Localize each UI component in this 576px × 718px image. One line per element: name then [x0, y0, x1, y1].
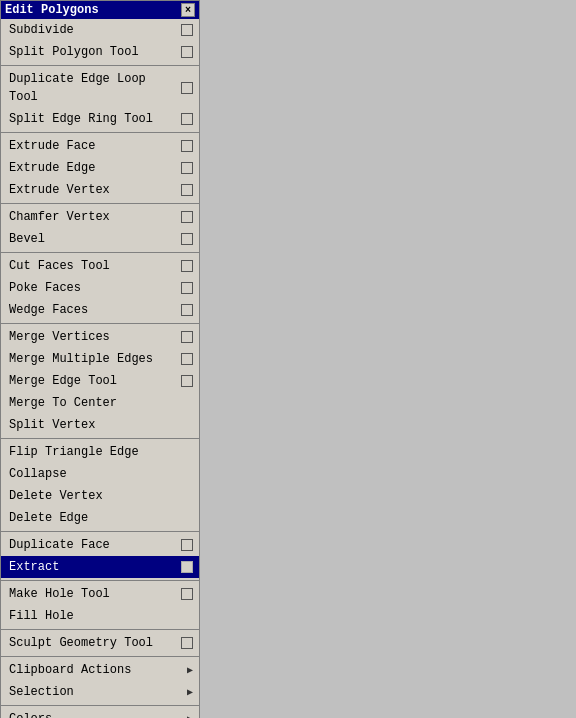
menu-item-wedge-faces[interactable]: Wedge Faces	[1, 299, 199, 321]
option-box-icon[interactable]	[181, 637, 193, 649]
menu-item-merge-edge-tool[interactable]: Merge Edge Tool	[1, 370, 199, 392]
menu-separator	[1, 323, 199, 324]
menu-item-make-hole-tool[interactable]: Make Hole Tool	[1, 583, 199, 605]
menu-title-bar: Edit Polygons ×	[1, 1, 199, 19]
menu-item-bevel[interactable]: Bevel	[1, 228, 199, 250]
option-box-icon[interactable]	[181, 82, 193, 94]
menu-item-label: Delete Vertex	[9, 487, 193, 505]
option-box-icon[interactable]	[181, 539, 193, 551]
menu-item-sculpt-geometry-tool[interactable]: Sculpt Geometry Tool	[1, 632, 199, 654]
option-box-icon[interactable]	[181, 375, 193, 387]
menu-item-chamfer-vertex[interactable]: Chamfer Vertex	[1, 206, 199, 228]
menu-item-label: Colors	[9, 710, 187, 718]
option-box-icon[interactable]	[181, 588, 193, 600]
menu-item-cut-faces-tool[interactable]: Cut Faces Tool	[1, 255, 199, 277]
menu-item-label: Merge To Center	[9, 394, 193, 412]
option-box-icon[interactable]	[181, 24, 193, 36]
menu-item-duplicate-face[interactable]: Duplicate Face	[1, 534, 199, 556]
menu-item-merge-to-center[interactable]: Merge To Center	[1, 392, 199, 414]
menu-item-split-vertex[interactable]: Split Vertex	[1, 414, 199, 436]
menu-separator	[1, 705, 199, 706]
menu-separator	[1, 438, 199, 439]
menu-item-label: Collapse	[9, 465, 193, 483]
menu-item-fill-hole[interactable]: Fill Hole	[1, 605, 199, 627]
menu-item-clipboard-actions[interactable]: Clipboard Actions▶	[1, 659, 199, 681]
menu-title: Edit Polygons	[5, 3, 99, 17]
menu-item-label: Duplicate Edge Loop Tool	[9, 70, 181, 106]
option-box-icon[interactable]	[181, 304, 193, 316]
submenu-arrow-icon: ▶	[187, 685, 193, 700]
menu-item-label: Chamfer Vertex	[9, 208, 181, 226]
menu-separator	[1, 65, 199, 66]
menu-separator	[1, 580, 199, 581]
menu-separator	[1, 203, 199, 204]
menu-separator	[1, 132, 199, 133]
menu-item-subdivide[interactable]: Subdivide	[1, 19, 199, 41]
menu-item-label: Wedge Faces	[9, 301, 181, 319]
menu-item-merge-multiple-edges[interactable]: Merge Multiple Edges	[1, 348, 199, 370]
menu-item-label: Merge Vertices	[9, 328, 181, 346]
option-box-icon[interactable]	[181, 260, 193, 272]
menu-item-label: Delete Edge	[9, 509, 193, 527]
menu-item-label: Merge Multiple Edges	[9, 350, 181, 368]
menu-item-label: Fill Hole	[9, 607, 193, 625]
menu-item-label: Poke Faces	[9, 279, 181, 297]
option-box-icon[interactable]	[181, 233, 193, 245]
option-box-icon[interactable]	[181, 113, 193, 125]
menu-item-colors[interactable]: Colors▶	[1, 708, 199, 718]
option-box-icon[interactable]	[181, 162, 193, 174]
menu-item-delete-edge[interactable]: Delete Edge	[1, 507, 199, 529]
menu-item-label: Selection	[9, 683, 187, 701]
submenu-arrow-icon: ▶	[187, 712, 193, 719]
menu-item-split-edge-ring-tool[interactable]: Split Edge Ring Tool	[1, 108, 199, 130]
menu-item-extrude-vertex[interactable]: Extrude Vertex	[1, 179, 199, 201]
close-button[interactable]: ×	[181, 3, 195, 17]
menu-item-label: Clipboard Actions	[9, 661, 187, 679]
menu-item-label: Bevel	[9, 230, 181, 248]
menu-item-extrude-edge[interactable]: Extrude Edge	[1, 157, 199, 179]
menu-separator	[1, 656, 199, 657]
menu-item-label: Make Hole Tool	[9, 585, 181, 603]
menu-item-label: Split Edge Ring Tool	[9, 110, 181, 128]
option-box-icon[interactable]	[181, 331, 193, 343]
edit-polygons-menu: Edit Polygons × SubdivideSplit Polygon T…	[0, 0, 200, 718]
menu-item-poke-faces[interactable]: Poke Faces	[1, 277, 199, 299]
option-box-icon[interactable]	[181, 211, 193, 223]
menu-item-extrude-face[interactable]: Extrude Face	[1, 135, 199, 157]
menu-item-delete-vertex[interactable]: Delete Vertex	[1, 485, 199, 507]
menu-separator	[1, 252, 199, 253]
menu-item-label: Cut Faces Tool	[9, 257, 181, 275]
menu-separator	[1, 629, 199, 630]
option-box-icon[interactable]	[181, 353, 193, 365]
menu-item-label: Split Vertex	[9, 416, 193, 434]
menu-item-label: Extrude Face	[9, 137, 181, 155]
menu-item-label: Extrude Edge	[9, 159, 181, 177]
menu-item-label: Extrude Vertex	[9, 181, 181, 199]
option-box-icon[interactable]	[181, 140, 193, 152]
menu-item-selection[interactable]: Selection▶	[1, 681, 199, 703]
menu-item-split-polygon-tool[interactable]: Split Polygon Tool	[1, 41, 199, 63]
option-box-icon[interactable]	[181, 561, 193, 573]
menu-item-label: Subdivide	[9, 21, 181, 39]
option-box-icon[interactable]	[181, 282, 193, 294]
menu-item-duplicate-edge-loop-tool[interactable]: Duplicate Edge Loop Tool	[1, 68, 199, 108]
option-box-icon[interactable]	[181, 46, 193, 58]
menu-item-label: Split Polygon Tool	[9, 43, 181, 61]
menu-item-label: Duplicate Face	[9, 536, 181, 554]
menu-item-merge-vertices[interactable]: Merge Vertices	[1, 326, 199, 348]
menu-item-label: Sculpt Geometry Tool	[9, 634, 181, 652]
menu-item-label: Flip Triangle Edge	[9, 443, 193, 461]
submenu-arrow-icon: ▶	[187, 663, 193, 678]
menu-item-extract[interactable]: Extract	[1, 556, 199, 578]
menu-item-label: Extract	[9, 558, 181, 576]
menu-item-label: Merge Edge Tool	[9, 372, 181, 390]
menu-items-container: SubdivideSplit Polygon ToolDuplicate Edg…	[1, 19, 199, 718]
option-box-icon[interactable]	[181, 184, 193, 196]
menu-separator	[1, 531, 199, 532]
menu-item-flip-triangle-edge[interactable]: Flip Triangle Edge	[1, 441, 199, 463]
menu-item-collapse[interactable]: Collapse	[1, 463, 199, 485]
